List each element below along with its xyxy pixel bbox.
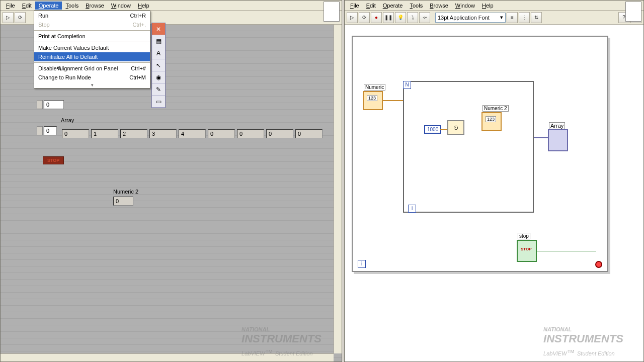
array-label: Array [61,117,74,123]
scrollbar-vertical[interactable] [334,25,342,353]
wire [440,129,447,130]
menu-edit[interactable]: Edit [19,2,35,10]
numeric2-terminal-label: Numeric 2 [482,105,509,112]
array-cell-6[interactable]: 0 [237,129,264,138]
menu-tools-r[interactable]: Tools [406,2,426,10]
menu-browse-r[interactable]: Browse [426,2,452,10]
menu-item-print-completion[interactable]: Print at Completion [34,32,150,41]
menu-file[interactable]: File [3,2,19,10]
array-cell-5[interactable]: 0 [208,129,235,138]
paint-tool-icon[interactable]: ▭ [152,96,165,108]
watermark: NATIONAL INSTRUMENTS LabVIEW™ Student Ed… [242,320,321,357]
menu-item-reinit-default[interactable]: Reinitialize All to Default [34,52,150,61]
position-tool-icon[interactable]: ↖ [152,59,165,71]
array-cell-3[interactable]: 3 [149,129,177,138]
numeric-control[interactable]: 0 [44,100,64,109]
array-cell-0[interactable]: 0 [62,129,89,138]
color-tool-icon[interactable]: ✎ [152,83,165,96]
stop-terminal-button: STOP [521,247,532,251]
outer-loop-i-terminal[interactable]: i [358,260,366,268]
array-cell-4[interactable]: 4 [179,129,206,138]
stop-button[interactable]: STOP [43,156,64,164]
step-over-button[interactable]: ⤼ [419,12,430,23]
highlight-exec-button[interactable]: 💡 [395,12,406,23]
for-loop[interactable]: N i 1000 ⏲ Numeric 2 123 [403,81,534,213]
align-button[interactable]: ≡ [507,12,518,23]
menubar-left: File Edit Operate Tools Browse Window He… [1,1,342,11]
pause-button[interactable]: ❚❚ [383,12,394,23]
menu-item-stop: StopCtrl+. [34,20,150,29]
menu-browse[interactable]: Browse [82,2,108,10]
wait-ms-node[interactable]: ⏲ [447,120,464,135]
wire [383,100,403,101]
wire [537,251,596,251]
array-cell-7[interactable]: 0 [266,129,293,138]
array-terminal[interactable]: Array [548,129,568,151]
numeric2-terminal-value: 123 [486,116,496,122]
run-button[interactable]: ▷ [3,12,14,23]
reorder-button[interactable]: ⇅ [531,12,542,23]
numeric2-terminal[interactable]: Numeric 2 123 [481,112,502,131]
distribute-button[interactable]: ⋮ [519,12,530,23]
toolbar-right: ▷ ⟳ ● ❚❚ 💡 ⤵ ⤼ 13pt Application Font▾ ≡ … [345,11,643,25]
probe-tool-icon[interactable]: ◉ [152,71,165,83]
numeric-spinner[interactable] [37,100,43,109]
menu-operate[interactable]: Operate [35,2,62,10]
vi-icon-r[interactable] [625,2,641,22]
numeric-terminal-value: 123 [367,95,377,101]
numeric-terminal[interactable]: Numeric 123 [363,91,383,110]
while-loop-outer[interactable]: Numeric 123 N i 1000 ⏲ Numeric 2 123 Arr… [352,36,608,272]
menu-window[interactable]: Window [108,2,134,10]
abort-button[interactable]: ● [371,12,382,23]
font-selector[interactable]: 13pt Application Font▾ [435,13,506,23]
stop-terminal-label: stop [518,233,530,239]
tools-palette[interactable]: ✕ ▦ A ↖ ◉ ✎ ▭ [151,23,166,108]
stop-terminal[interactable]: stop STOP [517,240,537,262]
array-index-spinner[interactable] [37,126,43,135]
array-index[interactable]: 0 [44,126,57,135]
menu-more-icon: ▾ [34,82,150,88]
menu-edit-r[interactable]: Edit [363,2,379,10]
step-into-button[interactable]: ⤵ [407,12,418,23]
menu-item-run-mode[interactable]: Change to Run ModeCtrl+M [34,73,150,82]
watermark-r: NATIONAL INSTRUMENTS LabVIEW™ Student Ed… [543,320,623,357]
menu-help[interactable]: Help [134,2,153,10]
menubar-right: File Edit Operate Tools Browse Window He… [345,1,643,11]
menu-tools[interactable]: Tools [62,2,82,10]
wire [534,137,548,138]
menu-item-disable-grid[interactable]: Disable Alignment Grid on PanelCtrl+# [34,64,150,73]
numeric2-label: Numeric 2 [113,189,138,195]
run-continuous-r[interactable]: ⟳ [359,12,370,23]
array-cell-2[interactable]: 2 [120,129,147,138]
numeric-terminal-label: Numeric [364,84,385,90]
text-tool-icon[interactable]: A [152,47,165,59]
auto-tool-icon[interactable]: ▦ [152,35,165,47]
menu-operate-r[interactable]: Operate [379,2,407,10]
vi-icon[interactable] [324,2,340,22]
menu-item-make-default[interactable]: Make Current Values Default [34,43,150,52]
menu-window-r[interactable]: Window [452,2,478,10]
loop-condition-terminal[interactable] [595,261,602,268]
block-diagram-window: File Edit Operate Tools Browse Window He… [344,0,644,362]
loop-n-terminal[interactable]: N [403,81,411,89]
menu-help-r[interactable]: Help [478,2,497,10]
operate-menu: RunCtrl+R StopCtrl+. Print at Completion… [34,11,150,88]
block-diagram-canvas[interactable]: Numeric 123 N i 1000 ⏲ Numeric 2 123 Arr… [345,25,643,361]
constant-1000[interactable]: 1000 [424,125,441,134]
run-button-r[interactable]: ▷ [347,12,358,23]
scrollbar-horizontal[interactable] [1,353,334,361]
array-cell-1[interactable]: 1 [91,129,118,138]
front-panel-window: File Edit Operate Tools Browse Window He… [0,0,342,362]
menu-file-r[interactable]: File [347,2,363,10]
numeric2-indicator: 0 [113,197,133,206]
run-continuous-button[interactable]: ⟳ [15,12,26,23]
loop-i-terminal[interactable]: i [408,205,416,213]
array-cell-8[interactable]: 0 [295,129,323,138]
array-terminal-label: Array [549,122,565,129]
close-icon[interactable]: ✕ [152,23,165,35]
menu-item-run[interactable]: RunCtrl+R [34,11,150,20]
